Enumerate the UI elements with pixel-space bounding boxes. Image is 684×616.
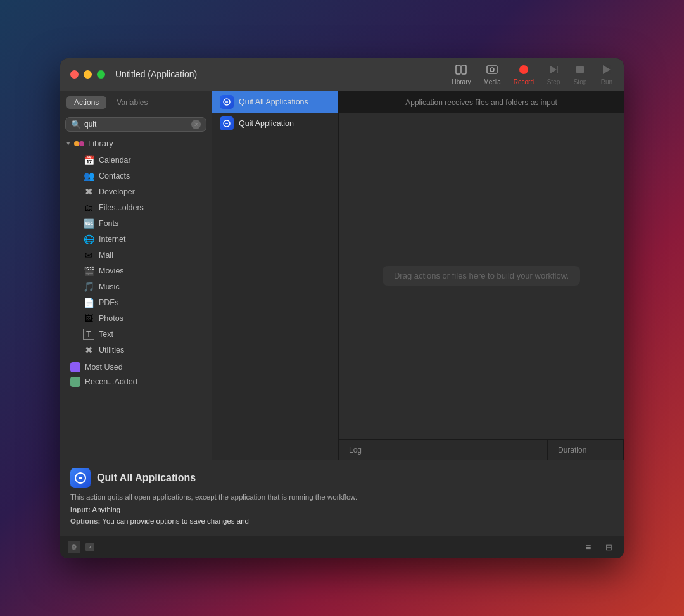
lib-item-files[interactable]: 🗂 Files...olders [77, 200, 209, 215]
svg-marker-5 [550, 66, 557, 73]
main-window: Untitled (Application) Library [60, 58, 624, 558]
tab-variables[interactable]: Variables [109, 96, 155, 109]
search-bar: 🔍 ✕ [65, 117, 206, 132]
options-value: You can provide options to save changes … [102, 517, 249, 525]
toolbar-step[interactable]: Step [547, 63, 560, 85]
svg-rect-1 [462, 65, 466, 74]
stop-icon [573, 63, 587, 77]
search-clear-button[interactable]: ✕ [191, 120, 201, 129]
svg-rect-7 [576, 66, 584, 73]
toolbar-stop[interactable]: Stop [573, 63, 587, 85]
sidebar: Actions Variables 🔍 ✕ ▾ Library [60, 91, 212, 460]
toolbar-record-label: Record [514, 79, 534, 85]
library-header[interactable]: ▾ Library [60, 135, 212, 152]
workflow-header-text: Application receives files and folders a… [405, 98, 557, 107]
bottom-panel-description: This action quits all open applications,… [70, 492, 614, 502]
movies-icon: 🎬 [83, 265, 94, 277]
most-used-icon [70, 362, 80, 372]
step-icon [547, 63, 560, 77]
svg-point-9 [74, 141, 79, 146]
lib-item-pdfs-label: PDFs [99, 298, 118, 307]
options-label: Options: [70, 517, 100, 525]
minimize-button[interactable] [84, 70, 92, 79]
run-icon [600, 63, 614, 77]
lib-item-utilities[interactable]: ✖ Utilities [77, 343, 209, 358]
bottom-panel-header: Quit All Applications [70, 468, 614, 488]
list-view-icon: ≡ [586, 542, 591, 552]
lib-item-text-label: Text [99, 330, 113, 339]
toolbar-media[interactable]: Media [484, 63, 501, 85]
footer: ⚙ ✓ ≡ ⊟ [60, 536, 624, 558]
window-title: Untitled (Application) [115, 69, 452, 79]
lib-item-contacts-label: Contacts [99, 172, 130, 180]
media-icon [485, 63, 499, 77]
tab-actions[interactable]: Actions [66, 96, 106, 109]
library-section: ▾ Library 📅 Calendar 👥 Contacts [60, 135, 212, 460]
traffic-lights [70, 70, 105, 79]
mail-icon: ✉ [83, 249, 94, 261]
result-quit-app[interactable]: Quit Application [212, 113, 338, 134]
toolbar-library[interactable]: Library [452, 63, 471, 85]
lib-item-utilities-label: Utilities [99, 346, 124, 355]
lib-item-developer[interactable]: ✖ Developer [77, 184, 209, 199]
close-button[interactable] [70, 70, 79, 79]
footer-grid-view-button[interactable]: ⊟ [601, 539, 616, 555]
toolbar-record[interactable]: Record [514, 63, 534, 85]
lib-item-fonts[interactable]: 🔤 Fonts [77, 216, 209, 231]
svg-point-10 [79, 141, 84, 146]
main-area: Application receives files and folders a… [339, 91, 624, 460]
lib-item-fonts-label: Fonts [99, 219, 118, 228]
lib-item-recently-added[interactable]: Recen...Added [63, 375, 209, 389]
check-icon: ✓ [88, 544, 92, 550]
text-icon: T [83, 329, 94, 340]
pdfs-icon: 📄 [83, 297, 94, 308]
lib-item-music[interactable]: 🎵 Music [77, 279, 209, 294]
workflow-header: Application receives files and folders a… [339, 91, 624, 113]
lib-item-developer-label: Developer [99, 187, 135, 196]
lib-item-contacts[interactable]: 👥 Contacts [77, 168, 209, 184]
tab-bar: Actions Variables [60, 91, 212, 113]
bottom-panel-icon [70, 468, 91, 488]
internet-icon: 🌐 [83, 234, 94, 245]
library-color-icon [73, 138, 85, 149]
duration-label: Duration [548, 440, 624, 460]
music-icon: 🎵 [83, 281, 94, 292]
lib-item-most-used-label: Most Used [85, 363, 123, 372]
lib-item-photos[interactable]: 🖼 Photos [77, 311, 209, 326]
lib-item-mail-label: Mail [99, 251, 113, 260]
library-label: Library [88, 139, 113, 148]
photos-icon: 🖼 [83, 313, 94, 324]
chevron-down-icon: ▾ [66, 139, 70, 148]
lib-item-most-used[interactable]: Most Used [63, 360, 209, 374]
lib-item-pdfs[interactable]: 📄 PDFs [77, 295, 209, 310]
log-label: Log [339, 440, 548, 460]
quit-app-icon [220, 116, 234, 130]
lib-item-calendar[interactable]: 📅 Calendar [77, 153, 209, 168]
utilities-icon: ✖ [83, 344, 94, 356]
record-icon [517, 63, 531, 77]
contacts-icon: 👥 [83, 170, 94, 182]
bottom-panel-options: Options: You can provide options to save… [70, 517, 614, 525]
lib-item-internet[interactable]: 🌐 Internet [77, 232, 209, 247]
files-icon: 🗂 [83, 202, 94, 213]
lib-item-mail[interactable]: ✉ Mail [77, 248, 209, 263]
toolbar-run[interactable]: Run [600, 63, 614, 85]
titlebar: Untitled (Application) Library [60, 58, 624, 91]
svg-rect-0 [456, 65, 460, 74]
lib-item-photos-label: Photos [99, 314, 124, 323]
search-input[interactable] [84, 120, 191, 129]
svg-rect-2 [487, 66, 497, 73]
footer-toggle-button[interactable]: ✓ [86, 543, 94, 551]
result-quit-all[interactable]: Quit All Applications [212, 91, 338, 113]
toolbar-step-label: Step [547, 79, 560, 85]
lib-item-text[interactable]: T Text [77, 327, 209, 342]
maximize-button[interactable] [97, 70, 105, 79]
svg-point-3 [490, 68, 494, 72]
footer-list-view-button[interactable]: ≡ [581, 539, 596, 555]
footer-settings-button[interactable]: ⚙ [68, 541, 80, 553]
lib-item-movies[interactable]: 🎬 Movies [77, 263, 209, 279]
result-quit-app-label: Quit Application [239, 119, 294, 128]
lib-item-files-label: Files...olders [99, 203, 144, 212]
toolbar-run-label: Run [601, 79, 612, 85]
workflow-canvas[interactable]: Drag actions or files here to build your… [339, 113, 624, 439]
